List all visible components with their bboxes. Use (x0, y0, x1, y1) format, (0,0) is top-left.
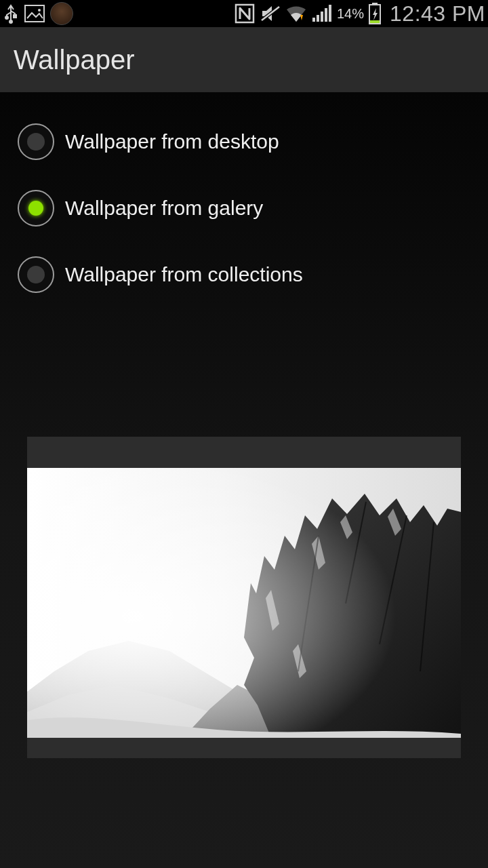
wallpaper-preview-image (27, 468, 461, 738)
content-area: Wallpaper from desktop Wallpaper from ga… (0, 92, 488, 868)
nfc-icon (234, 3, 256, 24)
svg-rect-15 (329, 5, 331, 22)
svg-rect-11 (312, 18, 315, 22)
action-bar: Wallpaper (0, 27, 488, 92)
radio-icon (18, 256, 54, 293)
wallpaper-preview-card[interactable] (27, 437, 461, 758)
radio-icon (18, 123, 54, 160)
page-title: Wallpaper (14, 45, 135, 75)
usb-icon (3, 3, 19, 24)
svg-point-5 (38, 9, 41, 12)
status-clock: 12:43 PM (390, 1, 485, 26)
battery-charging-icon (368, 3, 382, 24)
svg-rect-13 (321, 12, 323, 22)
picture-icon (24, 5, 45, 22)
radio-label: Wallpaper from collections (65, 263, 303, 286)
svg-rect-12 (317, 15, 319, 22)
svg-rect-18 (370, 20, 380, 23)
radio-icon (18, 190, 54, 226)
radio-wallpaper-collections[interactable]: Wallpaper from collections (0, 241, 488, 308)
svg-rect-21 (27, 468, 461, 738)
wifi-icon (285, 4, 307, 23)
radio-label: Wallpaper from desktop (65, 130, 279, 153)
mute-icon (260, 4, 281, 23)
battery-percent: 14% (337, 6, 364, 22)
wallpaper-source-list: Wallpaper from desktop Wallpaper from ga… (0, 92, 488, 308)
status-bar: 14% 12:43 PM (0, 0, 488, 27)
radio-label: Wallpaper from galery (65, 197, 263, 220)
radio-wallpaper-gallery[interactable]: Wallpaper from galery (0, 175, 488, 241)
signal-icon (311, 4, 331, 23)
radio-wallpaper-desktop[interactable]: Wallpaper from desktop (0, 108, 488, 175)
svg-point-2 (5, 16, 8, 19)
svg-rect-3 (14, 15, 16, 18)
svg-point-1 (9, 20, 12, 23)
svg-marker-19 (373, 8, 378, 20)
svg-rect-14 (325, 8, 327, 22)
app-badge-icon (50, 2, 73, 25)
svg-marker-10 (300, 15, 303, 20)
svg-rect-4 (25, 5, 44, 22)
